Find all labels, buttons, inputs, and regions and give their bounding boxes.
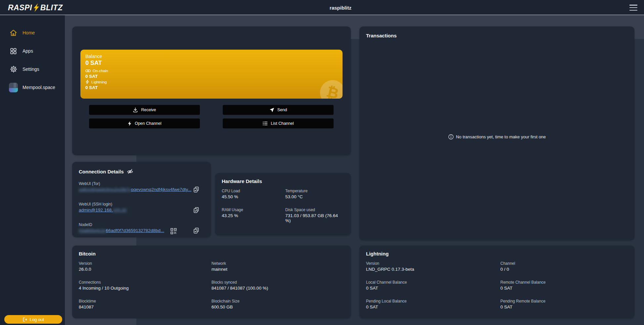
- sidebar-item-settings[interactable]: Settings: [0, 65, 65, 73]
- lightning-card: Lightning Version LND_GRPC 0.17.3-beta C…: [359, 246, 634, 318]
- copy-icon[interactable]: [193, 186, 200, 193]
- stat-btc-blockchain-size: Blockchain Size 600.50 GB: [211, 299, 344, 309]
- connection-details-card: Connection Details WebUI (Tor) xqtkxvbhw…: [72, 162, 211, 237]
- stat-ln-pending-remote: Pending Remote Balance 0 SAT: [500, 299, 628, 309]
- webui-tor-label: WebUI (Tor): [79, 181, 204, 186]
- transactions-card: Transactions No transactions yet, time t…: [359, 26, 634, 240]
- logo-text-blitz: BLITZ: [40, 3, 63, 12]
- hamburger-menu-icon[interactable]: [629, 5, 637, 11]
- list-icon: [262, 121, 268, 126]
- stat-ln-channel: Channel 0 / 0: [500, 261, 628, 272]
- eye-slash-icon[interactable]: [127, 168, 133, 175]
- receive-download-icon: [133, 107, 138, 113]
- sidebar: Home Apps Settings Mempool.space: [0, 15, 65, 325]
- bitcoin-card: Bitcoin Version 26.0.0 Network mainnet C…: [72, 246, 351, 318]
- sidebar-item-label: Settings: [23, 67, 39, 72]
- hardware-details-title: Hardware Details: [222, 178, 344, 184]
- stat-btc-blocktime: Blocktime 841087: [79, 299, 211, 309]
- open-channel-label: Open Channel: [135, 121, 161, 126]
- copy-icon[interactable]: [193, 227, 200, 234]
- gear-icon: [9, 65, 18, 73]
- balance-total-value: 0 SAT: [85, 60, 338, 67]
- header-bar: RASPI BLITZ raspiblitz: [0, 0, 644, 15]
- sidebar-item-mempool[interactable]: Mempool.space: [0, 83, 65, 92]
- lightning-row: Lightning: [85, 80, 338, 84]
- lightning-bolt-icon: [85, 80, 89, 84]
- apps-grid-icon: [9, 47, 18, 55]
- list-channel-button[interactable]: List Channel: [223, 118, 334, 128]
- chain-link-icon: [85, 69, 91, 73]
- hardware-details-card: Hardware Details CPU Load 45.50 % Temper…: [215, 173, 351, 235]
- stat-btc-blocks-synced: Blocks synced 841087 / 841087 (100.00 %): [211, 280, 344, 291]
- sidebar-item-label: Apps: [23, 48, 33, 54]
- receive-label: Receive: [141, 108, 156, 112]
- send-button[interactable]: Send: [223, 105, 334, 115]
- sidebar-item-apps[interactable]: Apps: [0, 47, 65, 55]
- info-icon: [448, 134, 454, 140]
- transactions-title: Transactions: [366, 33, 628, 38]
- receive-button[interactable]: Receive: [89, 105, 200, 115]
- mempool-space-icon: [9, 83, 18, 92]
- logout-button[interactable]: Log out: [4, 315, 62, 324]
- lightning-label: Lightning: [91, 80, 107, 84]
- stat-btc-network: Network mainnet: [211, 261, 344, 272]
- transactions-empty-state: No transactions yet, time to make your f…: [448, 134, 546, 140]
- stat-ln-version: Version LND_GRPC 0.17.3-beta: [366, 261, 500, 272]
- logo-bolt-icon: [33, 3, 39, 12]
- balance-title: Balance: [85, 54, 338, 59]
- sidebar-item-label: Home: [23, 30, 35, 35]
- stat-ln-remote-balance: Remote Channel Balance 0 SAT: [500, 280, 628, 291]
- stat-disk-space: Disk Space used 731.03 / 953.87 GB (76.6…: [285, 208, 344, 223]
- page-title: raspiblitz: [330, 5, 351, 11]
- webui-tor-link[interactable]: xqtkxvbhwple3mu2xs5b7coqevownq2ndf4jksv4…: [79, 187, 191, 192]
- copy-icon[interactable]: [193, 207, 200, 213]
- webui-ssh-link[interactable]: admin@192.168.100.20: [79, 208, 126, 212]
- wallet-card: Balance 0 SAT On-chain 0 SAT Lightning 0…: [72, 26, 351, 155]
- open-channel-button[interactable]: Open Channel: [89, 118, 200, 128]
- stat-ln-pending-local: Pending Local Balance 0 SAT: [366, 299, 500, 309]
- connection-details-title: Connection Details: [79, 169, 124, 174]
- stat-temperature: Temperature 53.00 °C: [285, 189, 344, 199]
- stat-cpu-load: CPU Load 45.50 %: [222, 189, 285, 199]
- qr-code-icon[interactable]: [170, 228, 177, 234]
- bolt-icon: [127, 121, 132, 126]
- lightning-value: 0 SAT: [85, 85, 338, 90]
- lightning-title: Lightning: [366, 251, 628, 256]
- home-icon: [9, 29, 18, 37]
- bitcoin-title: Bitcoin: [79, 251, 344, 256]
- webui-tor-field: WebUI (Tor) xqtkxvbhwple3mu2xs5b7coqevow…: [79, 181, 204, 194]
- logo-text-raspi: RASPI: [8, 3, 32, 12]
- balance-summary-card: Balance 0 SAT On-chain 0 SAT Lightning 0…: [80, 50, 343, 99]
- stat-ram-usage: RAM Usage 43.25 %: [222, 208, 285, 223]
- webui-ssh-label: WebUI (SSH login): [79, 202, 204, 207]
- nodeid-link[interactable]: 03a8b5e4c2d66adf0f7d3659132782d8bd...: [79, 228, 164, 233]
- list-channel-label: List Channel: [271, 121, 294, 126]
- stat-btc-version: Version 26.0.0: [79, 261, 211, 272]
- stat-ln-local-balance: Local Channel Balance 0 SAT: [366, 280, 500, 291]
- send-plane-icon: [269, 108, 274, 113]
- stat-btc-connections: Connections 4 Incoming / 10 Outgoing: [79, 280, 211, 291]
- logout-label: Log out: [30, 317, 44, 322]
- onchain-value: 0 SAT: [85, 74, 338, 79]
- nodeid-field: NodeID 03a8b5e4c2d66adf0f7d3659132782d8b…: [79, 222, 204, 235]
- raspiblitz-logo: RASPI BLITZ: [8, 3, 63, 13]
- transactions-empty-message: No transactions yet, time to make your f…: [456, 134, 546, 139]
- send-label: Send: [277, 108, 287, 112]
- logout-icon: [23, 317, 27, 322]
- sidebar-item-label: Mempool.space: [23, 85, 55, 90]
- onchain-row: On-chain: [85, 69, 338, 73]
- sidebar-item-home[interactable]: Home: [0, 28, 65, 37]
- onchain-label: On-chain: [93, 69, 108, 73]
- webui-ssh-field: WebUI (SSH login) admin@192.168.100.20: [79, 202, 204, 214]
- nodeid-label: NodeID: [79, 222, 204, 227]
